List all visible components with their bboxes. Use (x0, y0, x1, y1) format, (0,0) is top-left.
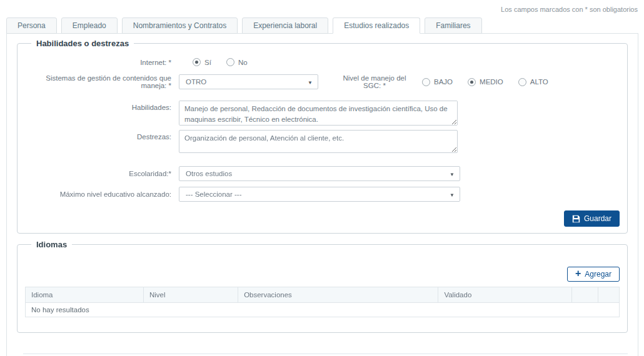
escolaridad-label: Escolaridad:* (25, 170, 179, 177)
sgc-option-medio[interactable]: MEDIO (468, 78, 503, 86)
tab-experiencia-laboral[interactable]: Experiencia laboral (242, 17, 328, 34)
column-header-empty-2 (598, 287, 620, 303)
sgc-option-bajo-label: BAJO (434, 78, 453, 86)
column-header-idioma: Idioma (26, 287, 144, 303)
destrezas-label: Destrezas: (25, 130, 179, 141)
cms-label: Sistemas de gestión de contenidos que ma… (25, 74, 179, 89)
internet-option-no[interactable]: No (226, 58, 248, 66)
internet-radio-group: Sí No (179, 58, 248, 66)
languages-table-header-row: Idioma Nivel Observaciones Validado (26, 287, 620, 303)
cms-select-value: OTRO (186, 78, 206, 86)
escolaridad-select-value: Otros estudios (186, 170, 232, 177)
sgc-level-label: Nivel de manejo del SGC: * (336, 74, 413, 89)
plus-icon (575, 270, 581, 279)
column-header-nivel: Nivel (143, 287, 238, 303)
skills-fieldset: Habilidades o destrezas Internet: * Sí N… (17, 39, 628, 234)
internet-option-si-label: Sí (204, 59, 211, 66)
habilidades-textarea[interactable]: Manejo de personal, Redacción de documen… (179, 101, 458, 126)
table-row: No hay resultados (26, 303, 620, 317)
internet-option-no-label: No (238, 59, 248, 66)
save-icon (572, 215, 580, 223)
tab-familiares[interactable]: Familiares (425, 17, 481, 34)
languages-fieldset: Idiomas Agregar Idioma Nivel Observacion… (17, 240, 628, 333)
required-fields-note: Los campos marcados con * son obligatori… (501, 6, 638, 13)
max-level-row: Máximo nivel educativo alcanzado: --- Se… (25, 187, 620, 202)
escolaridad-row: Escolaridad:* Otros estudios (25, 166, 620, 181)
max-level-label: Máximo nivel educativo alcanzado: (25, 190, 179, 198)
column-header-validado: Validado (438, 287, 572, 303)
escolaridad-select[interactable]: Otros estudios (179, 166, 460, 181)
sgc-level-radio-group: BAJO MEDIO ALTO (422, 78, 548, 86)
internet-option-si[interactable]: Sí (193, 58, 211, 66)
save-button[interactable]: Guardar (564, 210, 620, 227)
radio-unchecked-icon[interactable] (422, 78, 430, 86)
internet-row: Internet: * Sí No (25, 58, 620, 66)
radio-unchecked-icon[interactable] (226, 58, 234, 66)
add-language-button[interactable]: Agregar (567, 267, 620, 282)
radio-checked-icon[interactable] (193, 58, 201, 66)
skills-actions: Guardar (25, 210, 620, 227)
save-button-label: Guardar (584, 214, 611, 223)
tab-empleado[interactable]: Empleado (61, 17, 118, 34)
tab-content-panel: Habilidades o destrezas Internet: * Sí N… (6, 33, 638, 356)
habilidades-label: Habilidades: (25, 101, 179, 111)
column-header-empty-1 (572, 287, 598, 303)
internet-label: Internet: * (25, 59, 179, 66)
tab-nombramientos-y-contratos[interactable]: Nombramientos y Contratos (122, 17, 238, 34)
destrezas-row: Destrezas: Organización de personal, Ate… (25, 130, 620, 153)
add-language-button-label: Agregar (585, 270, 611, 279)
radio-unchecked-icon[interactable] (518, 78, 526, 86)
tab-persona[interactable]: Persona (6, 17, 57, 34)
sgc-option-alto[interactable]: ALTO (518, 78, 548, 86)
languages-table: Idioma Nivel Observaciones Validado No h… (25, 287, 620, 317)
skills-legend: Habilidades o destrezas (31, 39, 134, 48)
dropdown-arrow-icon (450, 170, 455, 177)
cms-sgc-row: Sistemas de gestión de contenidos que ma… (25, 74, 620, 89)
dropdown-arrow-icon (308, 78, 313, 86)
sgc-option-bajo[interactable]: BAJO (422, 78, 453, 86)
sgc-option-medio-label: MEDIO (480, 78, 503, 86)
cms-select[interactable]: OTRO (179, 74, 318, 89)
next-section-divider (23, 354, 628, 354)
column-header-observaciones: Observaciones (238, 287, 438, 303)
empty-results-message: No hay resultados (26, 303, 620, 317)
habilidades-row: Habilidades: Manejo de personal, Redacci… (25, 101, 620, 126)
max-level-select[interactable]: --- Seleccionar --- (179, 187, 460, 202)
max-level-select-value: --- Seleccionar --- (186, 190, 241, 198)
dropdown-arrow-icon (450, 190, 455, 198)
destrezas-textarea[interactable]: Organización de personal, Atención al cl… (179, 130, 458, 153)
tab-bar: Persona Empleado Nombramientos y Contrat… (6, 17, 482, 34)
tab-estudios-realizados[interactable]: Estudios realizados (333, 17, 420, 34)
sgc-option-alto-label: ALTO (530, 78, 548, 86)
radio-checked-icon[interactable] (468, 78, 476, 86)
languages-actions: Agregar (25, 267, 620, 282)
languages-legend: Idiomas (31, 240, 72, 249)
